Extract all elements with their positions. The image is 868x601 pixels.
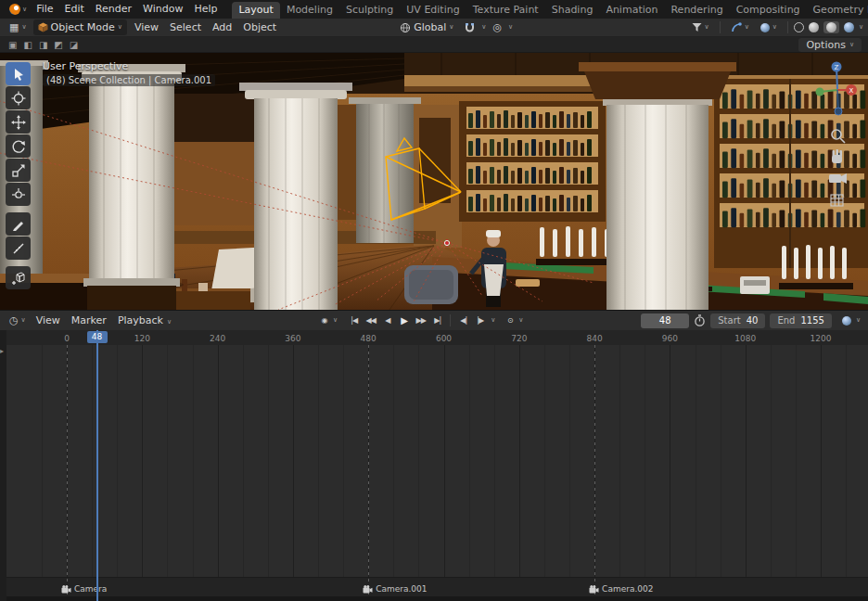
tool-select-box[interactable] <box>6 62 31 85</box>
timeline-editor-type-dropdown[interactable]: ◷ ∨ <box>5 313 31 328</box>
workspace-tab[interactable]: Modeling <box>280 2 339 19</box>
viewport-menu-item[interactable]: Object <box>237 19 282 37</box>
tool-mode-extend-button[interactable]: ◧ <box>21 40 33 50</box>
next-frame-button[interactable]: |▶ <box>472 313 488 328</box>
tool-mode-intersect-button[interactable]: ◪ <box>68 40 80 50</box>
object-mode-cube-icon <box>38 22 48 32</box>
shading-dropdown[interactable]: ∨ <box>859 24 863 31</box>
gizmo-y-axis[interactable] <box>816 88 824 96</box>
tool-mode-subtract-button[interactable]: ◨ <box>37 40 49 50</box>
tool-measure[interactable] <box>6 237 31 260</box>
timeline-region[interactable]: 012024036048060072084096010801200 48 ▸ C… <box>0 330 868 601</box>
tool-cursor[interactable] <box>6 86 31 109</box>
topbar-menu-item[interactable]: Render <box>90 0 137 19</box>
timeline-menu-item[interactable]: Marker <box>66 312 112 330</box>
expand-arrow-icon[interactable]: ▸ <box>0 347 4 355</box>
workspace-tab[interactable]: Rendering <box>664 2 729 19</box>
timeline-menu-item[interactable]: View <box>31 312 66 330</box>
overlays-icon <box>760 23 770 32</box>
topbar-menu-item[interactable]: Edit <box>59 0 90 19</box>
scale-icon <box>11 163 26 178</box>
jump-to-start-button[interactable]: |◀ <box>346 313 362 328</box>
workspace-tab[interactable]: Layout <box>232 2 279 19</box>
timeline-menu-item[interactable]: Playback∨ <box>112 312 177 330</box>
workspace-tab[interactable]: Compositing <box>730 2 807 19</box>
tool-add-cube[interactable] <box>6 266 31 289</box>
start-value: 40 <box>747 315 759 326</box>
mode-dropdown[interactable]: Object Mode ∨ <box>33 19 127 35</box>
shading-solid-button[interactable] <box>809 22 819 32</box>
auto-keying-button[interactable]: ◉ <box>316 313 332 328</box>
tool-annotate[interactable] <box>6 212 31 236</box>
ruler-tick-label: 1080 <box>734 334 756 343</box>
end-value: 1155 <box>800 315 823 326</box>
options-dropdown[interactable]: Options ∨ <box>798 38 862 52</box>
tool-scale[interactable] <box>6 159 31 182</box>
workspace-tab[interactable]: UV Editing <box>400 2 466 19</box>
zoom-icon[interactable] <box>832 130 845 143</box>
snap-toggle[interactable] <box>460 19 479 35</box>
play-reverse-button[interactable]: ◀ <box>379 313 395 328</box>
blender-menu-button[interactable]: ∨ <box>6 4 31 15</box>
proportional-edit-toggle[interactable]: ◎ <box>488 19 506 35</box>
tool-rotate[interactable] <box>6 134 31 158</box>
3d-viewport[interactable]: User Perspective (48) Scene Collection |… <box>0 53 868 310</box>
object-visibility-filter[interactable]: ∨ <box>687 19 714 35</box>
jump-to-end-button[interactable]: ▶| <box>429 313 445 328</box>
transform-icon <box>11 187 26 202</box>
workspace-tab[interactable]: Sculpting <box>339 2 400 19</box>
timeline-ruler[interactable]: 012024036048060072084096010801200 <box>0 330 868 345</box>
workspace-tab[interactable]: Texture Paint <box>466 2 545 19</box>
gizmo-z-neg-axis[interactable] <box>835 108 842 115</box>
workspace-tab[interactable]: Animation <box>599 2 664 19</box>
editor-type-dropdown[interactable]: ▦ ∨ <box>5 19 32 35</box>
chevron-down-icon: ∨ <box>22 6 27 13</box>
navigation-gizmo[interactable]: Z X <box>816 62 858 116</box>
keying-set-button[interactable]: ⊙ <box>502 313 517 328</box>
viewport-menu-item[interactable]: Add <box>207 19 237 37</box>
prev-frame-button[interactable]: ◀| <box>455 313 471 328</box>
shading-wireframe-button[interactable] <box>794 22 804 32</box>
show-overlays-toggle[interactable]: ∨ <box>756 19 782 35</box>
chevron-down-icon: ∨ <box>849 42 854 48</box>
show-gizmo-toggle[interactable]: ∨ <box>726 19 754 35</box>
prev-keyframe-button[interactable]: ◀◀ <box>363 313 378 328</box>
current-frame-field[interactable]: 48 <box>641 313 689 328</box>
tool-move[interactable] <box>6 110 31 134</box>
sync-icon[interactable] <box>842 316 851 326</box>
proportional-dropdown[interactable]: ∨ <box>508 24 513 31</box>
chevron-down-icon: ∨ <box>21 24 26 31</box>
camera-view-icon[interactable] <box>829 173 847 184</box>
viewport-nav-controls: Z X <box>812 58 864 216</box>
timeline-gridline <box>167 345 168 577</box>
topbar-menu-item[interactable]: Help <box>188 0 223 19</box>
viewport-toolbar <box>6 62 31 289</box>
workspace-tab[interactable]: Shading <box>545 2 600 19</box>
playhead[interactable]: 48 <box>96 330 98 601</box>
timeline-marker[interactable]: Camera.002 <box>589 584 653 594</box>
topbar-menu-item[interactable]: File <box>31 0 58 19</box>
timeline-marker[interactable]: Camera.001 <box>363 584 427 594</box>
stopwatch-icon[interactable] <box>694 314 706 326</box>
viewport-scene[interactable] <box>0 53 868 310</box>
snap-dropdown[interactable]: ∨ <box>481 24 486 31</box>
viewport-menu-item[interactable]: Select <box>164 19 207 37</box>
next-keyframe-button[interactable]: ▶▶ <box>413 313 428 328</box>
ortho-grid-icon[interactable] <box>831 195 843 206</box>
shading-rendered-button[interactable] <box>844 22 854 32</box>
end-frame-field[interactable]: End 1155 <box>770 313 831 328</box>
viewport-menu-item[interactable]: View <box>129 19 164 37</box>
active-object-label: (48) Scene Collection | Camera.001 <box>43 74 215 86</box>
play-button[interactable]: ▶ <box>396 313 412 328</box>
workspace-tab[interactable]: Geometry Nodes <box>807 2 868 19</box>
select-box-icon <box>11 67 26 82</box>
tool-mode-invert-button[interactable]: ◩ <box>52 40 64 50</box>
topbar-menu-item[interactable]: Window <box>137 0 188 19</box>
tool-transform[interactable] <box>6 183 31 206</box>
transform-orientation-dropdown[interactable]: Global ∨ <box>395 19 458 35</box>
shading-material-button[interactable] <box>823 21 839 33</box>
pan-hand-icon[interactable] <box>832 149 842 163</box>
timeline-marker[interactable]: Camera <box>61 584 107 594</box>
tool-mode-new-button[interactable]: ▣ <box>6 40 19 50</box>
start-frame-field[interactable]: Start 40 <box>710 313 765 328</box>
